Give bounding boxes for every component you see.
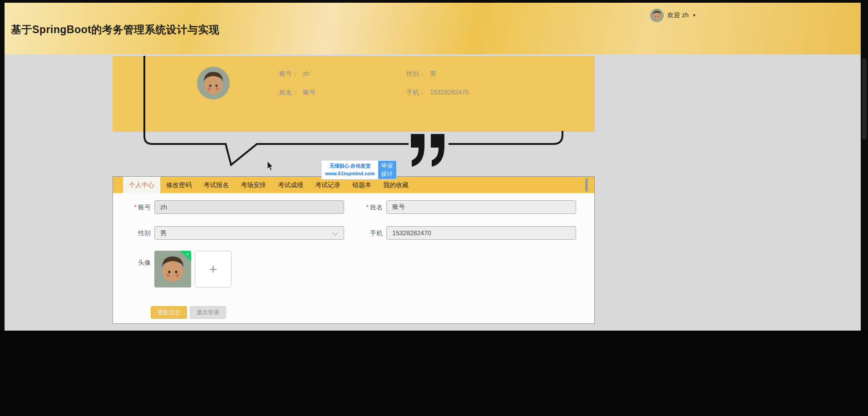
tab-favorites[interactable]: 我的收藏 — [377, 177, 414, 193]
user-avatar[interactable] — [650, 9, 664, 22]
ad-watermark[interactable]: 无须担心.自动发货 www.51topmind.com 毕业 设计 — [322, 161, 396, 179]
chevron-down-icon[interactable]: ▼ — [692, 13, 696, 18]
tab-personal-center[interactable]: 个人中心 — [123, 177, 160, 193]
profile-field-phone: 手机：15328282470 — [406, 89, 469, 97]
field-label: 手机： — [406, 89, 425, 96]
tab-wrong-questions[interactable]: 错题本 — [346, 177, 377, 193]
field-label: 账号： — [279, 70, 298, 77]
gender-selected-value: 男 — [160, 229, 167, 237]
footer — [0, 331, 868, 416]
avatar-image — [650, 9, 664, 22]
avatar-image — [197, 67, 230, 99]
logout-button[interactable]: 退出登录 — [190, 306, 226, 319]
profile-field-name: 姓名：账号 — [279, 89, 316, 97]
name-label: *姓名 — [346, 200, 383, 214]
check-icon: ✓ — [186, 251, 190, 257]
gender-select[interactable]: 男 — [154, 226, 344, 240]
ad-badge: 毕业 设计 — [378, 161, 396, 179]
update-info-button[interactable]: 更新信息 — [151, 306, 187, 319]
page-title: 基于SpringBoot的考务管理系统设计与实现 — [11, 23, 219, 37]
main-content: 账号：zh 性别：男 姓名：账号 手机：15328282470 个人中心 修改密… — [5, 54, 861, 331]
field-value: 男 — [430, 70, 436, 77]
field-value: 账号 — [303, 89, 316, 96]
tab-exam-registration[interactable]: 考试报名 — [197, 177, 235, 193]
tab-panel: 个人中心 修改密码 考试报名 考场安排 考试成绩 考试记录 错题本 我的收藏 *… — [113, 176, 595, 324]
screen: 基于SpringBoot的考务管理系统设计与实现 欢迎 zh ▼ — [0, 0, 868, 416]
tabs-scrollbar-thumb[interactable] — [585, 178, 588, 192]
tab-exam-scores[interactable]: 考试成绩 — [272, 177, 309, 193]
required-asterisk: * — [366, 203, 369, 211]
name-input[interactable] — [386, 200, 576, 214]
welcome-text: 欢迎 zh — [667, 11, 689, 20]
profile-avatar — [197, 67, 230, 99]
avatar-upload-button[interactable]: + — [195, 251, 232, 287]
chevron-down-icon — [332, 230, 338, 236]
tab-change-password[interactable]: 修改密码 — [160, 177, 197, 193]
tab-bar: 个人中心 修改密码 考试报名 考场安排 考试成绩 考试记录 错题本 我的收藏 — [113, 177, 594, 193]
field-value: 15328282470 — [430, 89, 469, 96]
field-label: 姓名： — [279, 89, 298, 96]
tab-exam-records[interactable]: 考试记录 — [309, 177, 346, 193]
phone-input[interactable] — [386, 226, 576, 240]
profile-field-gender: 性别：男 — [406, 70, 436, 78]
gender-label: 性别 — [114, 226, 151, 240]
page-scrollbar-thumb[interactable] — [862, 58, 867, 140]
account-label: *账号 — [114, 200, 151, 214]
tab-exam-room-arrangement[interactable]: 考场安排 — [235, 177, 272, 193]
avatar-label: 头像 — [114, 256, 151, 269]
header-banner: 基于SpringBoot的考务管理系统设计与实现 欢迎 zh ▼ — [5, 3, 861, 54]
ad-text: 无须担心.自动发货 www.51topmind.com — [322, 161, 378, 179]
user-menu[interactable]: 欢迎 zh ▼ — [650, 9, 696, 22]
avatar-thumbnail[interactable]: ✓ — [154, 251, 191, 287]
field-label: 性别： — [406, 70, 425, 77]
profile-summary-card: 账号：zh 性别：男 姓名：账号 手机：15328282470 — [113, 56, 595, 132]
field-value: zh — [303, 70, 310, 77]
account-input[interactable] — [154, 200, 344, 214]
required-asterisk: * — [134, 203, 137, 211]
plus-icon: + — [209, 262, 217, 276]
phone-label: 手机 — [346, 226, 383, 240]
profile-field-account: 账号：zh — [279, 70, 310, 78]
